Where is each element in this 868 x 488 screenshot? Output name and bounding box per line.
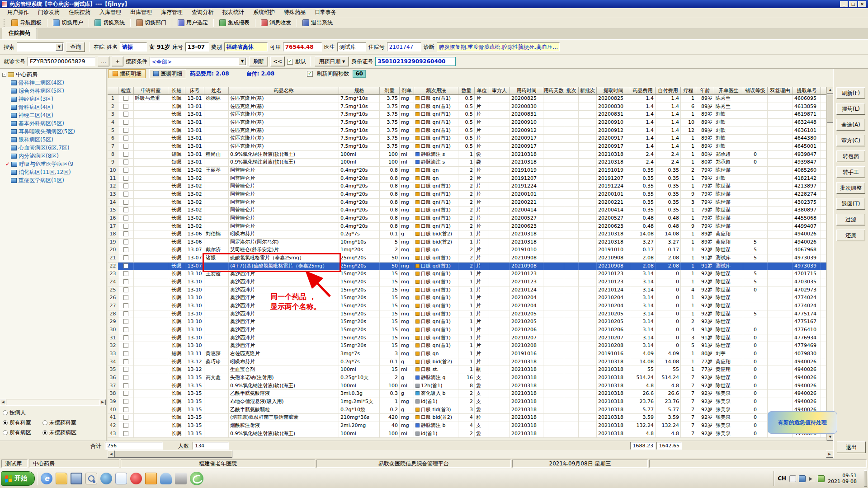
card-no-field[interactable]: FZYB350200063829 bbox=[28, 57, 95, 66]
tree-node[interactable]: 骨科神二病区(4区) bbox=[1, 79, 105, 87]
expander-icon[interactable]: - bbox=[2, 73, 6, 77]
fee-type-field[interactable]: 福建省离休 bbox=[224, 42, 268, 52]
batch-adjust-button[interactable]: 批次调整 bbox=[836, 182, 865, 194]
row-checkbox[interactable] bbox=[123, 343, 128, 348]
table-row[interactable]: 37长嘱13-150.9%氯化钠注射液(软)(海王)100ml100ml12h(… bbox=[108, 382, 826, 390]
table-row[interactable]: 2长嘱13-01佐匹克隆片(基)7.5mg*10s3.75mg口服 qn(首1)… bbox=[108, 103, 826, 111]
scroll-left-icon[interactable]: ◀ bbox=[0, 399, 6, 405]
tree-node[interactable]: 心血管病区(6区,7区) bbox=[1, 144, 105, 152]
scrollbar-thumb[interactable] bbox=[115, 450, 232, 458]
row-checkbox[interactable] bbox=[123, 144, 128, 149]
table-row[interactable]: 30长嘱13-10奥沙西泮片15mg*20s15mg口服 qn(首1)1片202… bbox=[108, 326, 826, 334]
critical-value-alert[interactable]: 有新的危急值待处理 bbox=[768, 411, 837, 434]
column-header[interactable]: 错误等级 bbox=[743, 87, 768, 95]
notes-icon[interactable] bbox=[115, 473, 127, 484]
table-row[interactable]: 7长嘱13-01佐匹克隆片(基)7.5mg*10s3.75mg口服 qn(首1)… bbox=[108, 143, 826, 151]
tree-node[interactable]: 神经病区(3区) bbox=[1, 95, 105, 103]
table-row[interactable]: 13长嘱13-02阿普唑仑片0.4mg*20s0.8mg口服 qn(首1)2片2… bbox=[108, 191, 826, 199]
to-package-button[interactable]: 转包药 bbox=[836, 150, 865, 162]
row-checkbox[interactable] bbox=[123, 247, 128, 252]
column-header[interactable]: 长短 bbox=[168, 87, 185, 95]
dispense-button[interactable]: 摆药(L) bbox=[836, 103, 865, 115]
column-header[interactable]: 用药天数 bbox=[543, 87, 564, 95]
table-row[interactable]: 12长嘱13-02阿普唑仑片0.4mg*20s0.8mg口服 qn(首1)2片2… bbox=[108, 183, 826, 191]
tree-node[interactable]: 内分泌病区(8区) bbox=[1, 152, 105, 160]
column-header[interactable]: 频次用法 bbox=[414, 87, 458, 95]
table-row[interactable]: 18长嘱13-06刘伯锦吲哚布芬片0.2g*7s0.1g口服 bid(首2)1片… bbox=[108, 230, 826, 239]
row-checkbox[interactable] bbox=[123, 104, 128, 109]
table-row[interactable]: 5长嘱13-01佐匹克隆片(基)7.5mg*10s3.75mg口服 qn(首1)… bbox=[108, 127, 826, 135]
dispense-condition-combo[interactable]: <全部>▼ bbox=[150, 57, 247, 66]
row-checkbox[interactable] bbox=[123, 96, 128, 101]
column-header[interactable]: 姓名 bbox=[204, 87, 229, 95]
tree-node[interactable]: 耳鼻咽喉头颈病区(5区) bbox=[1, 127, 105, 136]
row-checkbox[interactable] bbox=[123, 415, 128, 420]
row-checkbox[interactable] bbox=[123, 399, 128, 404]
column-header[interactable]: 数量 bbox=[458, 87, 475, 95]
refresh-button[interactable]: 刷新(F) bbox=[836, 87, 865, 99]
to-manual-button[interactable]: 转手工 bbox=[836, 166, 865, 178]
row-checkbox[interactable] bbox=[123, 216, 128, 221]
column-header[interactable]: 自付费用 bbox=[656, 87, 681, 95]
table-row[interactable]: 14长嘱13-02阿普唑仑片0.4mg*20s0.8mg口服 qn(首1)2片2… bbox=[108, 199, 826, 207]
computer-icon[interactable] bbox=[71, 473, 82, 484]
row-checkbox[interactable] bbox=[123, 327, 128, 332]
table-row[interactable]: 39长嘱13-15布地奈德混悬液(吸入用)1mg:2ml*5支1mgid(首1)… bbox=[108, 398, 826, 406]
column-header[interactable]: 疗程 bbox=[681, 87, 696, 95]
menu-item[interactable]: 日常事务 bbox=[310, 8, 341, 17]
menu-item[interactable]: 住院摆药 bbox=[64, 8, 95, 17]
menu-item[interactable]: 出库管理 bbox=[126, 8, 156, 17]
restore-button[interactable]: 还原 bbox=[836, 230, 865, 241]
tree-node[interactable]: 基本外科病区(5区) bbox=[1, 119, 105, 127]
table-row[interactable]: 24长嘱13-10奥沙西泮片15mg*20s15mg口服 qn(首1)1片202… bbox=[108, 278, 826, 286]
menu-item[interactable]: 用户操作 bbox=[3, 8, 33, 17]
column-header[interactable] bbox=[108, 87, 118, 95]
table-row[interactable]: 11长嘱13-02阿普唑仑片0.4mg*20s0.8mg口服 qn2片20191… bbox=[108, 175, 826, 183]
row-checkbox[interactable] bbox=[123, 112, 128, 117]
row-checkbox[interactable] bbox=[123, 287, 128, 292]
language-indicator[interactable]: CH bbox=[778, 475, 786, 482]
volume-icon[interactable] bbox=[808, 475, 815, 482]
row-checkbox[interactable] bbox=[123, 303, 128, 308]
table-row[interactable]: 19长嘱13-06阿罗洛尔片(阿尔马尔)10mg*10s5mg口服 bid(首2… bbox=[108, 239, 826, 247]
more-button[interactable]: … bbox=[98, 56, 109, 66]
row-checkbox[interactable] bbox=[123, 231, 128, 236]
menu-item[interactable]: 查询分析 bbox=[187, 8, 218, 17]
maximize-button[interactable]: □ bbox=[849, 1, 857, 7]
row-checkbox[interactable] bbox=[123, 200, 128, 205]
mail-icon[interactable] bbox=[145, 473, 157, 484]
row-checkbox[interactable] bbox=[123, 383, 128, 388]
scrollbar-track[interactable] bbox=[6, 399, 99, 405]
menu-item[interactable]: 系统维护 bbox=[249, 8, 279, 17]
table-row[interactable]: 1呼吸与危重长嘱13-01徐德林佐匹克隆片(基)7.5mg*10s3.75mg口… bbox=[108, 95, 826, 103]
folder-icon[interactable] bbox=[56, 473, 67, 484]
row-checkbox[interactable] bbox=[123, 367, 128, 372]
bed-field[interactable]: 13-07 bbox=[185, 42, 209, 52]
row-checkbox[interactable] bbox=[123, 224, 128, 229]
tree-node[interactable]: 骨科病区(4区) bbox=[1, 103, 105, 111]
network-tray-icon[interactable] bbox=[818, 475, 825, 482]
start-button[interactable]: 开始 bbox=[1, 471, 35, 486]
table-row[interactable]: 25长嘱13-10奥沙西泮片15mg*20s15mg口服 qn(首1)1片202… bbox=[108, 286, 826, 295]
table-horizontal-scrollbar[interactable]: ◀ ▶ bbox=[108, 450, 833, 458]
scroll-down-icon[interactable]: ▼ bbox=[827, 434, 834, 441]
table-row[interactable]: 43长嘱13-150.9%氯化钠注射液(软)(海王)100ml100mlid(首… bbox=[108, 430, 826, 438]
row-checkbox[interactable] bbox=[123, 271, 128, 276]
table-row[interactable]: 4长嘱13-01佐匹克隆片(基)7.5mg*10s3.75mg口服 qn(首1)… bbox=[108, 119, 826, 127]
diagnosis-field[interactable]: 肺炎恢复期.重度骨质疏松.腔隙性脑梗死.高血压… bbox=[437, 42, 560, 52]
refresh-interval-field[interactable]: 60 bbox=[353, 70, 366, 78]
exit-button[interactable]: 退出 bbox=[837, 441, 866, 453]
menu-item[interactable]: 入库管理 bbox=[95, 8, 126, 17]
toolbar-button[interactable]: 退出系统 bbox=[299, 18, 336, 28]
column-header[interactable]: 提取时间 bbox=[597, 87, 630, 95]
refresh-interval-checkbox[interactable]: ✓ bbox=[307, 71, 313, 77]
toolbar-button[interactable]: 切换部门 bbox=[133, 18, 170, 28]
row-checkbox[interactable] bbox=[123, 295, 128, 300]
toolbar-button[interactable]: 用户选定 bbox=[175, 18, 211, 28]
row-checkbox[interactable] bbox=[123, 239, 128, 244]
default-checkbox[interactable]: ✓ bbox=[287, 59, 293, 65]
scrollbar-track[interactable] bbox=[232, 450, 826, 458]
radio-option[interactable]: 未摆药科室 bbox=[42, 419, 82, 427]
table-row[interactable]: 6长嘱13-01佐匹克隆片(基)7.5mg*10s3.75mg口服 qn(首1)… bbox=[108, 135, 826, 143]
toolbar-button[interactable]: 导航面板 bbox=[8, 18, 45, 28]
